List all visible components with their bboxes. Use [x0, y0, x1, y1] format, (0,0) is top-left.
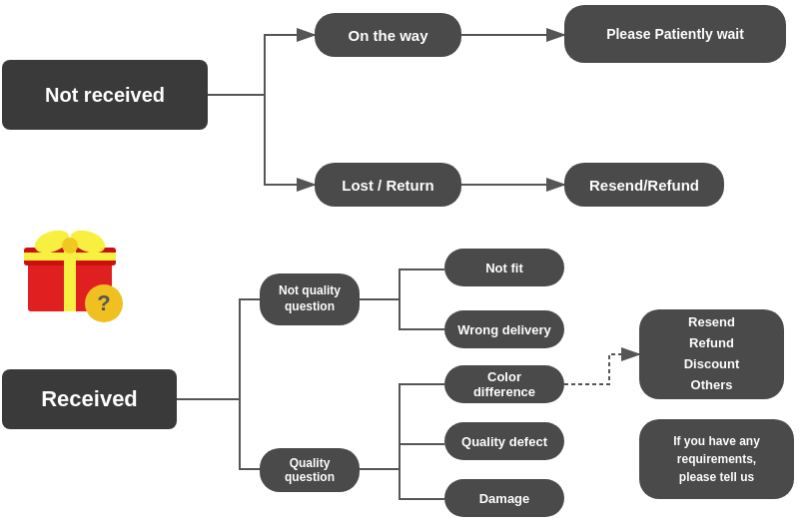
quality-question-node: Quality question	[260, 448, 360, 492]
lost-return-node: Lost / Return	[315, 163, 461, 207]
svg-rect-7	[24, 253, 116, 261]
not-fit-node: Not fit	[444, 249, 564, 286]
damage-node: Damage	[444, 479, 564, 517]
svg-point-10	[62, 238, 78, 254]
on-the-way-node: On the way	[315, 13, 461, 57]
quality-defect-node: Quality defect	[444, 422, 564, 460]
flowchart-diagram: Not received On the way Please Patiently…	[0, 0, 799, 532]
not-received-node: Not received	[2, 60, 208, 130]
please-wait-node: Please Patiently wait	[564, 5, 786, 63]
color-difference-node: Color difference	[444, 365, 564, 403]
wrong-delivery-node: Wrong delivery	[444, 310, 564, 348]
question-icon: ?	[85, 284, 123, 322]
received-node: Received	[2, 369, 177, 429]
not-quality-question-node: Not quality question	[260, 273, 360, 325]
resend-options-node: Resend Refund Discount Others	[639, 309, 784, 399]
if-requirements-node: If you have any requirements, please tel…	[639, 419, 794, 499]
resend-refund-node: Resend/Refund	[564, 163, 724, 207]
